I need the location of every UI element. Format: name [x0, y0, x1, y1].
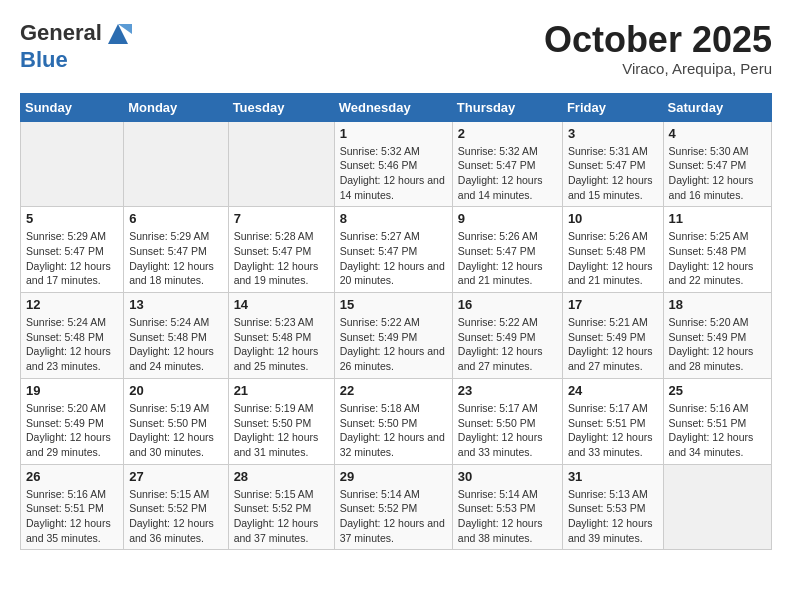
calendar-cell: 15 Sunrise: 5:22 AMSunset: 5:49 PMDaylig… — [334, 293, 452, 379]
calendar-cell: 10 Sunrise: 5:26 AMSunset: 5:48 PMDaylig… — [562, 207, 663, 293]
day-info: Sunrise: 5:19 AMSunset: 5:50 PMDaylight:… — [129, 401, 222, 460]
day-number: 6 — [129, 211, 222, 226]
day-number: 28 — [234, 469, 329, 484]
weekday-header-friday: Friday — [562, 93, 663, 121]
calendar-cell — [124, 121, 228, 207]
calendar-cell: 13 Sunrise: 5:24 AMSunset: 5:48 PMDaylig… — [124, 293, 228, 379]
calendar-cell: 5 Sunrise: 5:29 AMSunset: 5:47 PMDayligh… — [21, 207, 124, 293]
day-info: Sunrise: 5:15 AMSunset: 5:52 PMDaylight:… — [234, 487, 329, 546]
day-info: Sunrise: 5:14 AMSunset: 5:52 PMDaylight:… — [340, 487, 447, 546]
weekday-header-tuesday: Tuesday — [228, 93, 334, 121]
day-number: 7 — [234, 211, 329, 226]
day-info: Sunrise: 5:30 AMSunset: 5:47 PMDaylight:… — [669, 144, 766, 203]
calendar-week-2: 5 Sunrise: 5:29 AMSunset: 5:47 PMDayligh… — [21, 207, 772, 293]
logo-blue: Blue — [20, 47, 68, 72]
logo-general: General — [20, 20, 102, 45]
calendar-cell: 30 Sunrise: 5:14 AMSunset: 5:53 PMDaylig… — [452, 464, 562, 550]
weekday-header-wednesday: Wednesday — [334, 93, 452, 121]
calendar-cell: 26 Sunrise: 5:16 AMSunset: 5:51 PMDaylig… — [21, 464, 124, 550]
day-number: 4 — [669, 126, 766, 141]
day-info: Sunrise: 5:14 AMSunset: 5:53 PMDaylight:… — [458, 487, 557, 546]
day-info: Sunrise: 5:17 AMSunset: 5:50 PMDaylight:… — [458, 401, 557, 460]
day-number: 3 — [568, 126, 658, 141]
day-info: Sunrise: 5:22 AMSunset: 5:49 PMDaylight:… — [458, 315, 557, 374]
day-info: Sunrise: 5:20 AMSunset: 5:49 PMDaylight:… — [669, 315, 766, 374]
calendar-cell: 4 Sunrise: 5:30 AMSunset: 5:47 PMDayligh… — [663, 121, 771, 207]
day-number: 24 — [568, 383, 658, 398]
calendar-cell: 11 Sunrise: 5:25 AMSunset: 5:48 PMDaylig… — [663, 207, 771, 293]
day-number: 22 — [340, 383, 447, 398]
day-number: 25 — [669, 383, 766, 398]
calendar-cell: 24 Sunrise: 5:17 AMSunset: 5:51 PMDaylig… — [562, 378, 663, 464]
day-info: Sunrise: 5:23 AMSunset: 5:48 PMDaylight:… — [234, 315, 329, 374]
calendar-table: SundayMondayTuesdayWednesdayThursdayFrid… — [20, 93, 772, 551]
day-number: 29 — [340, 469, 447, 484]
day-info: Sunrise: 5:15 AMSunset: 5:52 PMDaylight:… — [129, 487, 222, 546]
day-info: Sunrise: 5:26 AMSunset: 5:48 PMDaylight:… — [568, 229, 658, 288]
day-number: 23 — [458, 383, 557, 398]
calendar-cell: 22 Sunrise: 5:18 AMSunset: 5:50 PMDaylig… — [334, 378, 452, 464]
calendar-cell: 29 Sunrise: 5:14 AMSunset: 5:52 PMDaylig… — [334, 464, 452, 550]
weekday-header-row: SundayMondayTuesdayWednesdayThursdayFrid… — [21, 93, 772, 121]
weekday-header-sunday: Sunday — [21, 93, 124, 121]
day-info: Sunrise: 5:29 AMSunset: 5:47 PMDaylight:… — [26, 229, 118, 288]
calendar-cell: 31 Sunrise: 5:13 AMSunset: 5:53 PMDaylig… — [562, 464, 663, 550]
day-info: Sunrise: 5:26 AMSunset: 5:47 PMDaylight:… — [458, 229, 557, 288]
day-number: 18 — [669, 297, 766, 312]
calendar-week-1: 1 Sunrise: 5:32 AMSunset: 5:46 PMDayligh… — [21, 121, 772, 207]
calendar-cell: 9 Sunrise: 5:26 AMSunset: 5:47 PMDayligh… — [452, 207, 562, 293]
day-info: Sunrise: 5:21 AMSunset: 5:49 PMDaylight:… — [568, 315, 658, 374]
day-number: 26 — [26, 469, 118, 484]
page-header: General Blue October 2025 Viraco, Arequi… — [20, 20, 772, 77]
day-info: Sunrise: 5:32 AMSunset: 5:47 PMDaylight:… — [458, 144, 557, 203]
day-info: Sunrise: 5:25 AMSunset: 5:48 PMDaylight:… — [669, 229, 766, 288]
day-info: Sunrise: 5:20 AMSunset: 5:49 PMDaylight:… — [26, 401, 118, 460]
logo-icon — [104, 20, 132, 48]
day-info: Sunrise: 5:13 AMSunset: 5:53 PMDaylight:… — [568, 487, 658, 546]
month-title: October 2025 — [544, 20, 772, 60]
day-info: Sunrise: 5:19 AMSunset: 5:50 PMDaylight:… — [234, 401, 329, 460]
day-number: 10 — [568, 211, 658, 226]
day-number: 9 — [458, 211, 557, 226]
calendar-cell: 14 Sunrise: 5:23 AMSunset: 5:48 PMDaylig… — [228, 293, 334, 379]
calendar-cell — [228, 121, 334, 207]
day-info: Sunrise: 5:18 AMSunset: 5:50 PMDaylight:… — [340, 401, 447, 460]
calendar-cell: 23 Sunrise: 5:17 AMSunset: 5:50 PMDaylig… — [452, 378, 562, 464]
day-number: 16 — [458, 297, 557, 312]
day-number: 17 — [568, 297, 658, 312]
day-number: 30 — [458, 469, 557, 484]
calendar-cell: 27 Sunrise: 5:15 AMSunset: 5:52 PMDaylig… — [124, 464, 228, 550]
calendar-cell: 18 Sunrise: 5:20 AMSunset: 5:49 PMDaylig… — [663, 293, 771, 379]
weekday-header-saturday: Saturday — [663, 93, 771, 121]
calendar-cell: 2 Sunrise: 5:32 AMSunset: 5:47 PMDayligh… — [452, 121, 562, 207]
weekday-header-thursday: Thursday — [452, 93, 562, 121]
day-number: 14 — [234, 297, 329, 312]
calendar-cell: 12 Sunrise: 5:24 AMSunset: 5:48 PMDaylig… — [21, 293, 124, 379]
day-info: Sunrise: 5:16 AMSunset: 5:51 PMDaylight:… — [26, 487, 118, 546]
day-number: 27 — [129, 469, 222, 484]
day-info: Sunrise: 5:32 AMSunset: 5:46 PMDaylight:… — [340, 144, 447, 203]
calendar-cell: 20 Sunrise: 5:19 AMSunset: 5:50 PMDaylig… — [124, 378, 228, 464]
day-number: 1 — [340, 126, 447, 141]
calendar-cell: 28 Sunrise: 5:15 AMSunset: 5:52 PMDaylig… — [228, 464, 334, 550]
weekday-header-monday: Monday — [124, 93, 228, 121]
calendar-cell: 6 Sunrise: 5:29 AMSunset: 5:47 PMDayligh… — [124, 207, 228, 293]
day-number: 20 — [129, 383, 222, 398]
calendar-cell: 16 Sunrise: 5:22 AMSunset: 5:49 PMDaylig… — [452, 293, 562, 379]
calendar-cell: 7 Sunrise: 5:28 AMSunset: 5:47 PMDayligh… — [228, 207, 334, 293]
day-info: Sunrise: 5:16 AMSunset: 5:51 PMDaylight:… — [669, 401, 766, 460]
day-number: 12 — [26, 297, 118, 312]
day-info: Sunrise: 5:27 AMSunset: 5:47 PMDaylight:… — [340, 229, 447, 288]
day-info: Sunrise: 5:31 AMSunset: 5:47 PMDaylight:… — [568, 144, 658, 203]
calendar-cell: 25 Sunrise: 5:16 AMSunset: 5:51 PMDaylig… — [663, 378, 771, 464]
calendar-cell: 8 Sunrise: 5:27 AMSunset: 5:47 PMDayligh… — [334, 207, 452, 293]
calendar-cell: 1 Sunrise: 5:32 AMSunset: 5:46 PMDayligh… — [334, 121, 452, 207]
day-info: Sunrise: 5:17 AMSunset: 5:51 PMDaylight:… — [568, 401, 658, 460]
calendar-cell — [663, 464, 771, 550]
day-number: 2 — [458, 126, 557, 141]
day-number: 5 — [26, 211, 118, 226]
day-number: 13 — [129, 297, 222, 312]
calendar-cell — [21, 121, 124, 207]
calendar-cell: 17 Sunrise: 5:21 AMSunset: 5:49 PMDaylig… — [562, 293, 663, 379]
calendar-week-3: 12 Sunrise: 5:24 AMSunset: 5:48 PMDaylig… — [21, 293, 772, 379]
